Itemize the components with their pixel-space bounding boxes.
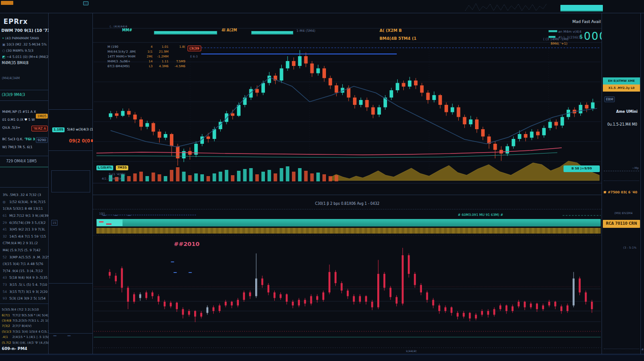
table-row[interactable]: C7M.9(4 M) 2 9 31.(2 xyxy=(0,240,49,247)
top-menu-bar xyxy=(0,0,644,13)
row-values: 5(3( (24 3(9 2 5( 1(54 xyxy=(9,296,46,300)
table-row[interactable]: 43 5(18 9(4) 9(4 9 3-.5(35 xyxy=(0,274,49,281)
stat-row[interactable] xyxy=(602,331,641,343)
quote-detail-panel: 1.10S 5(4(l w(3(4(3 (1 09(2 0(0 15 xyxy=(49,13,93,354)
table-row[interactable]: (3(15 3(4) 7(1 A 48 5(76 xyxy=(0,261,49,268)
mode-badge[interactable]: EBM xyxy=(604,96,615,102)
legend-label: M4M(3 .5u96+ xyxy=(107,60,144,63)
indicator-chip[interactable]: MM# xyxy=(122,28,132,32)
teal-chip[interactable]: 1.10S xyxy=(52,127,65,132)
legend-row: 14TT M4M)+'M4M 2M( -1.2MM xyxy=(107,54,187,59)
row-number: 43 xyxy=(3,276,9,280)
progress-bar-1 xyxy=(154,31,217,35)
legend-value-c: 1.8( xyxy=(169,45,185,49)
row-label: (5(1(3 xyxy=(2,330,12,334)
red-tick xyxy=(91,139,93,142)
sidebar-quote-table: 3% .5M(3 .32 4 7(32 (3 ◍ 1(52 6(3(4(. 9 … xyxy=(0,192,49,302)
table-row[interactable]: 32 14(5 4(4 7(1 5 59 '(15 xyxy=(0,233,49,240)
row-values: M4( (5.9.7(5 (5. 9 7(42 xyxy=(3,248,41,252)
panel-value: 0u.1.5-21.M4 M0 xyxy=(607,123,637,127)
stat-row[interactable] xyxy=(602,296,641,307)
legend-value-b: 1.01 xyxy=(153,45,169,49)
table-row[interactable]: 7(3(2 2(7(7 B(4(V) xyxy=(0,323,49,329)
row-label: .4(1 xyxy=(2,335,12,339)
table-row[interactable]: (5.7(2 5(4( ((4(. (4(3 '9' (4./(5(4 xyxy=(0,340,49,345)
table-row[interactable]: 6(7(1 T(7(2 9(5.5(6 * (4( 5(4(2 xyxy=(0,312,49,318)
header-orange-value-2: A( (X2M B xyxy=(380,28,402,33)
order-submit-button[interactable]: RCA 70110 CRN xyxy=(603,220,640,228)
indicator-bottom-label: k(44(4t xyxy=(406,349,417,353)
table-row[interactable]: 73 3(15 .5( L (5) 5 4. 7(10 xyxy=(0,281,49,288)
table-row[interactable]: 52 3(MP A(5.5(5 .9 .M. 2(25 xyxy=(0,253,49,261)
volume-chip-yellow[interactable]: 7M35 xyxy=(116,165,128,170)
table-row[interactable]: 93 5(3( (24 3(9 2 5( 1(54 xyxy=(0,295,49,302)
row-values: C7M.9(4 M) 2 9 31.(2 xyxy=(3,241,38,245)
badge-row: 1.10S 5(4(l w(3(4(3 (1 xyxy=(52,124,93,132)
buy-bar-button[interactable]: EH E(4TMW XME xyxy=(603,77,640,84)
mini-bar-1 xyxy=(548,30,557,32)
right-info-a: #) ) xyxy=(558,35,565,39)
row-label: (3(4(8 xyxy=(2,319,12,323)
table-row[interactable]: 41 3(H5 9(2 2(1 3 9 7(3L xyxy=(0,226,49,233)
table-row[interactable]: 5(3(5.9(4 (7(2 3 2(.5(10 xyxy=(0,307,49,312)
strip-corner-label: #1 xyxy=(641,348,644,351)
page-box[interactable]: 15 xyxy=(51,220,58,226)
chart-legend: M (190 4 1.01 1.8( M4(44.5(4y'2 .8M( 1(1… xyxy=(107,44,187,70)
sell-bar-button[interactable]: X1.5 .MY2.3y L0 xyxy=(603,84,640,92)
table-row[interactable]: (5(1(3 7(3(1 3(4) 1(5(4 4 C(5.7(11(1 xyxy=(0,329,49,334)
price-row[interactable] xyxy=(602,143,641,154)
stat-row[interactable] xyxy=(602,260,641,272)
table-row[interactable]: 29 6(35(74(:(39 3 5./(3(2 xyxy=(0,219,49,226)
right-scroll-strip[interactable]: #1 xyxy=(640,13,644,354)
sidebar-dim-rows xyxy=(0,13,49,190)
stat-row[interactable] xyxy=(602,307,641,319)
table-row[interactable]: .4(1 2(4(15 * 1.(4(1 | .5 1(5(10 xyxy=(0,334,49,340)
stat-row[interactable] xyxy=(602,319,641,331)
legend-value-b: -1.2MM xyxy=(153,55,169,58)
price-row[interactable] xyxy=(602,133,641,143)
main-candlestick-chart[interactable] xyxy=(93,13,602,197)
blue-badge[interactable] xyxy=(173,272,177,273)
right-info-b: 1(23 xyxy=(567,35,575,39)
header-dim-right-1: an M4m v(4(4 xyxy=(558,30,582,34)
legend-value-b: 21.9M xyxy=(153,50,169,54)
legend-row: M4M(3 .5u96+ 14 1.11 T.5M9 xyxy=(107,59,187,64)
row-values: 7(3(1 3(4) 1(5(4 4 C(5.7(11(1 xyxy=(12,330,49,334)
row-values: 3% .5M(3 .32 4 7(32 (3 xyxy=(3,193,41,197)
tiny-note: (3 - 5-1% xyxy=(623,246,636,250)
row-label: 7(3(2 xyxy=(2,324,12,328)
price-rows xyxy=(602,133,641,177)
row-label: (5.7(2 xyxy=(2,341,12,345)
mini-bar-2 xyxy=(548,36,556,38)
row-values: 5(3(5.9(4 (7(2 3 2(.5(10 xyxy=(2,308,39,311)
bottom-badge[interactable] xyxy=(53,335,57,336)
row-number: 61 xyxy=(3,214,9,218)
price-row[interactable] xyxy=(602,154,641,165)
blue-badge[interactable] xyxy=(188,272,192,273)
bottom-badge[interactable] xyxy=(67,335,71,336)
table-row[interactable]: ◍ 1(52 6(3(4(. 9 9(.7(15 xyxy=(0,199,49,206)
legend-value-a: 4 xyxy=(144,45,153,49)
orange-alert-row: # #7500 03( 6 '40 xyxy=(604,190,637,194)
table-row[interactable]: (3(4(8 7(5.2(3(5-7(3(1 L .2( 1(5(12 xyxy=(0,318,49,323)
table-row[interactable]: 3% .5M(3 .32 4 7(32 (3 xyxy=(0,192,49,199)
legend-label: 6T(3 6M4(M91 xyxy=(107,65,144,68)
indicator-blue-badges xyxy=(93,197,602,285)
table-row[interactable]: 61 M(2.7(12 9(1 3 9(.(4(39 xyxy=(0,212,49,219)
alert-value: 09(2 0(0 xyxy=(69,138,90,143)
volume-chip-teal[interactable]: L/10(4% xyxy=(96,165,113,170)
table-row[interactable]: 1(3(A 5/32(1 8 48 13(11 xyxy=(0,205,49,212)
row-number: 54 xyxy=(3,290,9,294)
table-row[interactable]: M4( (5.9.7(5 (5. 9 7(42 xyxy=(0,247,49,254)
chart-teal-button[interactable]: B 58 )+9/99 xyxy=(564,165,600,172)
stat-row[interactable] xyxy=(602,272,641,284)
table-row[interactable]: 7(74 .9(4 (15. 3 (4..7(12 xyxy=(0,268,49,275)
table-row[interactable]: 54 3(15 T(7) 3(1 9 3( 2(20 xyxy=(0,288,49,295)
panel-label: Ame UMini xyxy=(616,110,637,114)
alert-badge[interactable]: (3(39 xyxy=(188,46,201,51)
stat-row[interactable] xyxy=(602,284,641,296)
x-axis-labels xyxy=(0,186,644,191)
dash-note: ~Mp xyxy=(632,166,639,170)
row-values: 3(H5 9(2 2(1 3 9 7(3L xyxy=(9,227,45,231)
blue-badge[interactable] xyxy=(171,261,174,262)
